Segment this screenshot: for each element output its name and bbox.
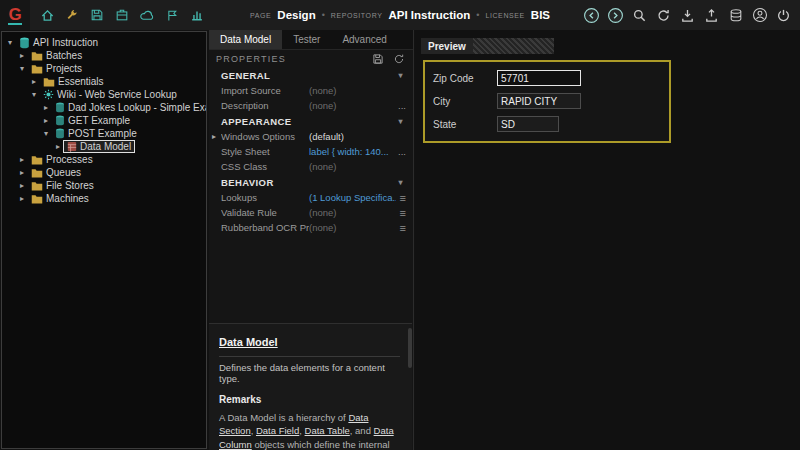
nav-forward-button[interactable]	[605, 5, 626, 26]
expand-arrow-icon[interactable]: ▸	[29, 77, 39, 86]
download-icon[interactable]	[677, 5, 698, 26]
prop-row-css-class[interactable]: CSS Class (none)	[209, 159, 413, 174]
section-appearance[interactable]: APPEARANCE ▾	[209, 113, 413, 129]
expand-arrow-icon[interactable]: ▾	[41, 129, 51, 138]
expand-arrow-icon[interactable]: ▸	[212, 132, 221, 141]
menu-icon[interactable]: ≡	[400, 207, 406, 219]
expand-arrow-icon[interactable]: ▸	[17, 181, 27, 190]
tree-item-queues[interactable]: ▸ Queues	[2, 166, 206, 179]
state-input[interactable]	[497, 116, 559, 132]
stats-chart-icon[interactable]	[187, 5, 207, 25]
expand-arrow-icon[interactable]: ▸	[41, 116, 51, 125]
save-properties-icon[interactable]	[371, 52, 385, 66]
help-link-data-table[interactable]: Data Table	[305, 425, 350, 436]
tree-item-get-example[interactable]: ▸ GET Example	[2, 114, 206, 127]
tree-item-essentials[interactable]: ▸ Essentials	[2, 75, 206, 88]
tree-item-label: API Instruction	[33, 37, 98, 48]
tab-tester[interactable]: Tester	[282, 30, 331, 49]
power-icon[interactable]	[773, 5, 794, 26]
upload-icon[interactable]	[701, 5, 722, 26]
prop-row-lookups[interactable]: Lookups (1 Lookup Specifica... ≡	[209, 190, 413, 205]
expand-arrow-icon[interactable]: ▾	[5, 38, 15, 47]
ellipsis-button[interactable]: ...	[398, 100, 406, 111]
tab-data-model[interactable]: Data Model	[209, 30, 282, 49]
preview-header[interactable]: Preview	[421, 38, 554, 54]
expand-arrow-icon[interactable]: ▸	[17, 168, 27, 177]
chevron-down-icon[interactable]: ▾	[399, 71, 403, 80]
home-icon[interactable]	[37, 5, 57, 25]
prop-row-import-source[interactable]: Import Source (none)	[209, 83, 413, 98]
preview-title: Preview	[421, 38, 473, 54]
wrench-icon[interactable]	[62, 5, 82, 25]
tree-item-processes[interactable]: ▸ Processes	[2, 153, 206, 166]
prop-value: (none)	[309, 207, 396, 218]
page-value[interactable]: Design	[277, 9, 315, 21]
prop-value: (none)	[309, 161, 406, 172]
tree-item-projects[interactable]: ▾ Projects	[2, 62, 206, 75]
batches-icon[interactable]	[112, 5, 132, 25]
separator-dot: •	[476, 10, 479, 20]
prop-row-style-sheet[interactable]: Style Sheet label { width: 140... ...	[209, 144, 413, 159]
tab-advanced[interactable]: Advanced	[331, 30, 397, 49]
help-title-link[interactable]: Data Model	[219, 336, 278, 348]
design-flag-icon[interactable]	[162, 5, 182, 25]
prop-value: (none)	[309, 85, 406, 96]
database-icon[interactable]	[725, 5, 746, 26]
zip-code-input[interactable]	[497, 70, 581, 86]
repository-label: REPOSITORY	[331, 12, 383, 19]
expand-arrow-icon[interactable]: ▸	[17, 194, 27, 203]
prop-row-windows-options[interactable]: ▸ Windows Options (default)	[209, 129, 413, 144]
tree-item-label: File Stores	[46, 180, 94, 191]
prop-value: (none)	[309, 100, 394, 111]
ellipsis-button[interactable]: ...	[398, 146, 406, 157]
expand-arrow-icon[interactable]: ▸	[41, 103, 51, 112]
state-label: State	[433, 119, 497, 130]
prop-row-rubberband-ocr-profile[interactable]: Rubberband OCR Profile (none) ≡	[209, 220, 413, 235]
cloud-icon[interactable]	[137, 5, 157, 25]
save-icon[interactable]	[87, 5, 107, 25]
chevron-down-icon[interactable]: ▾	[399, 117, 403, 126]
tree-item-label: GET Example	[68, 115, 130, 126]
city-input[interactable]	[497, 93, 581, 109]
expand-arrow-icon[interactable]: ▾	[29, 90, 39, 99]
prop-value: (none)	[309, 222, 396, 233]
expand-arrow-icon[interactable]: ▸	[53, 142, 63, 151]
tree-item-file-stores[interactable]: ▸ File Stores	[2, 179, 206, 192]
tree-item-data-model[interactable]: ▸ Data Model	[2, 140, 206, 153]
grooper-logo[interactable]: G	[0, 0, 30, 30]
prop-row-validate-rule[interactable]: Validate Rule (none) ≡	[209, 205, 413, 220]
lookup-database-icon	[55, 128, 65, 139]
tree-item-dad-jokes-lookup[interactable]: ▸ Dad Jokes Lookup - Simple Example	[2, 101, 206, 114]
revert-icon[interactable]	[392, 52, 406, 66]
section-general[interactable]: GENERAL ▾	[209, 67, 413, 83]
nav-back-button[interactable]	[581, 5, 602, 26]
form-row-city: City	[433, 93, 659, 109]
help-scrollbar[interactable]	[408, 328, 412, 368]
expand-arrow-icon[interactable]: ▸	[17, 51, 27, 60]
tree-item-label: Essentials	[58, 76, 104, 87]
tree-item-batches[interactable]: ▸ Batches	[2, 49, 206, 62]
expand-arrow-icon[interactable]: ▾	[17, 64, 27, 73]
tree-item-post-example[interactable]: ▾ POST Example	[2, 127, 206, 140]
refresh-icon[interactable]	[653, 5, 674, 26]
help-description: Defines the data elements for a content …	[219, 362, 400, 384]
section-behavior[interactable]: BEHAVIOR ▾	[209, 174, 413, 190]
folder-icon	[43, 77, 55, 87]
tree-item-label: Wiki - Web Service Lookup	[57, 89, 177, 100]
user-icon[interactable]	[749, 5, 770, 26]
help-remarks-text: A Data Model is a hierarchy of Data Sect…	[219, 411, 400, 450]
tree-item-wiki-web-service-lookup[interactable]: ▾ Wiki - Web Service Lookup	[2, 88, 206, 101]
tree-item-api-instruction[interactable]: ▾ API Instruction	[2, 36, 206, 49]
tree-item-machines[interactable]: ▸ Machines	[2, 192, 206, 205]
search-icon[interactable]	[629, 5, 650, 26]
menu-icon[interactable]: ≡	[400, 192, 406, 204]
help-text-segment: A Data Model is a hierarchy of	[219, 412, 348, 423]
prop-row-description[interactable]: Description (none) ...	[209, 98, 413, 113]
chevron-down-icon[interactable]: ▾	[399, 178, 403, 187]
expand-arrow-icon[interactable]: ▸	[17, 155, 27, 164]
help-link-data-field[interactable]: Data Field	[256, 425, 299, 436]
menu-icon[interactable]: ≡	[400, 222, 406, 234]
folder-icon	[31, 155, 43, 165]
tab-bar: Data Model Tester Advanced	[209, 30, 413, 50]
repository-value[interactable]: API Instruction	[388, 9, 470, 21]
